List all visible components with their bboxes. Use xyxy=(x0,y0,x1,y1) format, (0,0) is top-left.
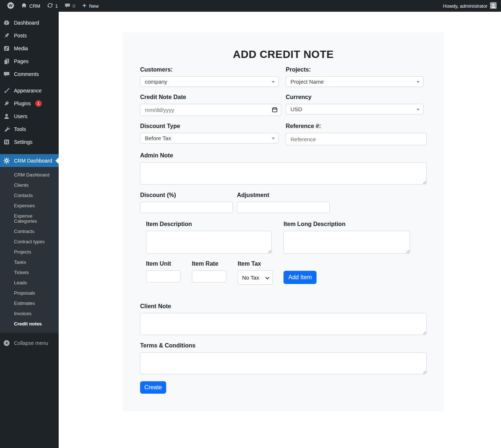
item-rate-input[interactable] xyxy=(192,270,226,283)
submenu-item-tickets[interactable]: Tickets xyxy=(0,267,59,278)
admin-menu: Dashboard Posts Media xyxy=(0,12,59,349)
wordpress-logo-menu[interactable]: W xyxy=(4,0,18,12)
customers-label: Customers: xyxy=(140,66,279,73)
customers-select[interactable]: company xyxy=(140,76,279,87)
admin-note-label: Admin Note xyxy=(140,152,427,159)
svg-text:W: W xyxy=(9,3,13,8)
admin-sidebar: Dashboard Posts Media xyxy=(0,12,59,448)
updates-menu[interactable]: 1 xyxy=(44,0,61,12)
comments-menu[interactable]: 0 xyxy=(61,0,78,12)
currency-select[interactable]: USD xyxy=(286,104,424,114)
site-menu[interactable]: CRM xyxy=(18,0,44,12)
sidebar-item-dashboard[interactable]: Dashboard xyxy=(0,16,59,29)
sidebar-item-media[interactable]: Media xyxy=(0,42,59,55)
sidebar-item-label: Plugins xyxy=(14,100,31,107)
discount-type-selected-value: Before Tax xyxy=(145,135,171,141)
crm-submenu: CRM Dashboard Clients Contacts Expenses … xyxy=(0,167,59,333)
collapse-menu-button[interactable]: Collapse menu xyxy=(0,336,59,349)
account-menu[interactable]: Howdy, administrator xyxy=(443,0,501,12)
sidebar-item-pages[interactable]: Pages xyxy=(0,55,59,68)
sidebar-item-posts[interactable]: Posts xyxy=(0,29,59,42)
dashboard-icon xyxy=(3,19,10,26)
discount-pct-input[interactable] xyxy=(140,202,233,213)
projects-label: Projects: xyxy=(286,66,427,73)
reference-label: Reference #: xyxy=(286,123,427,130)
calendar-icon[interactable] xyxy=(272,107,278,114)
collapse-arrow-icon xyxy=(3,340,10,346)
sidebar-item-comments[interactable]: Comments xyxy=(0,68,59,80)
projects-select[interactable]: Project Name xyxy=(286,76,424,87)
submenu-item-proposals[interactable]: Proposals xyxy=(0,288,59,298)
media-icon xyxy=(3,45,10,52)
chevron-down-icon xyxy=(272,81,275,83)
client-note-label: Client Note xyxy=(140,303,427,310)
submenu-item-expenses[interactable]: Expenses xyxy=(0,201,59,211)
comment-bubble-icon xyxy=(65,3,70,10)
current-menu-arrow xyxy=(55,157,59,164)
admin-content-area: ADD CREDIT NOTE Customers: company Proje… xyxy=(59,12,501,448)
item-long-description-label: Item Long Description xyxy=(284,221,410,227)
sidebar-item-users[interactable]: Users xyxy=(0,110,59,123)
discount-type-label: Discount Type xyxy=(140,123,279,130)
submenu-item-contract-types[interactable]: Contract types xyxy=(0,237,59,247)
credit-note-date-input[interactable] xyxy=(140,104,281,116)
submenu-item-crm-dashboard[interactable]: CRM Dashboard xyxy=(0,170,59,180)
submenu-item-tasks[interactable]: Tasks xyxy=(0,257,59,267)
plus-icon xyxy=(82,3,87,9)
new-content-menu[interactable]: New xyxy=(78,0,102,12)
discount-pct-label: Discount (%) xyxy=(140,192,233,198)
client-note-textarea[interactable] xyxy=(140,313,427,335)
sidebar-item-label: Users xyxy=(14,113,28,120)
sidebar-item-label: Comments xyxy=(14,71,39,77)
submenu-item-clients[interactable]: Clients xyxy=(0,180,59,190)
sidebar-item-label: Settings xyxy=(14,139,33,145)
user-icon xyxy=(3,113,10,120)
sidebar-item-tools[interactable]: Tools xyxy=(0,123,59,135)
reference-input[interactable] xyxy=(286,133,427,145)
submenu-item-invoices[interactable]: Invoices xyxy=(0,309,59,319)
comment-count: 0 xyxy=(73,3,75,9)
pushpin-icon xyxy=(3,32,10,39)
admin-note-textarea[interactable] xyxy=(140,162,427,185)
currency-label: Currency xyxy=(286,94,427,101)
item-rate-label: Item Rate xyxy=(192,261,226,267)
discount-type-select[interactable]: Before Tax xyxy=(140,133,279,143)
gear-icon xyxy=(3,157,10,164)
sidebar-item-appearance[interactable]: Appearance xyxy=(0,84,59,97)
plugin-icon xyxy=(3,100,10,107)
submenu-item-contracts[interactable]: Contracts xyxy=(0,226,59,237)
home-icon xyxy=(21,2,27,10)
adjustment-input[interactable] xyxy=(237,202,330,213)
admin-bar-left: W CRM 1 0 xyxy=(0,0,102,12)
sidebar-item-plugins[interactable]: Plugins 1 xyxy=(0,97,59,110)
site-name: CRM xyxy=(29,3,40,9)
page-title: ADD CREDIT NOTE xyxy=(140,32,427,61)
sidebar-item-label: CRM Dashboard xyxy=(14,157,52,164)
plugins-update-badge: 1 xyxy=(35,100,42,107)
wrench-icon xyxy=(3,126,10,132)
credit-note-date-label: Credit Note Date xyxy=(140,94,279,101)
submenu-item-estimates[interactable]: Estimates xyxy=(0,298,59,309)
item-unit-label: Item Unit xyxy=(146,261,180,267)
item-long-description-textarea[interactable] xyxy=(284,231,410,254)
sidebar-item-label: Appearance xyxy=(14,87,42,94)
submenu-item-projects[interactable]: Projects xyxy=(0,247,59,257)
collapse-menu-label: Collapse menu xyxy=(14,340,48,346)
submenu-item-contacts[interactable]: Contacts xyxy=(0,190,59,201)
terms-textarea[interactable] xyxy=(140,352,427,374)
submenu-item-credit-notes[interactable]: Credit notes xyxy=(0,319,59,329)
create-button[interactable]: Create xyxy=(140,381,166,394)
item-unit-input[interactable] xyxy=(146,270,180,283)
sidebar-item-settings[interactable]: Settings xyxy=(0,135,59,148)
item-tax-select[interactable]: No Tax xyxy=(238,270,273,285)
chevron-down-icon xyxy=(272,138,275,139)
submenu-item-expense-categories[interactable]: Expense Categories xyxy=(0,211,59,226)
howdy-text: Howdy, administrator xyxy=(443,3,487,9)
avatar xyxy=(490,2,497,10)
sidebar-item-label: Pages xyxy=(14,58,29,65)
item-description-textarea[interactable] xyxy=(146,231,272,254)
sidebar-item-crm-dashboard[interactable]: CRM Dashboard xyxy=(0,154,59,167)
submenu-item-leads[interactable]: Leads xyxy=(0,278,59,288)
new-label: New xyxy=(89,3,99,9)
add-item-button[interactable]: Add Item xyxy=(284,271,317,284)
